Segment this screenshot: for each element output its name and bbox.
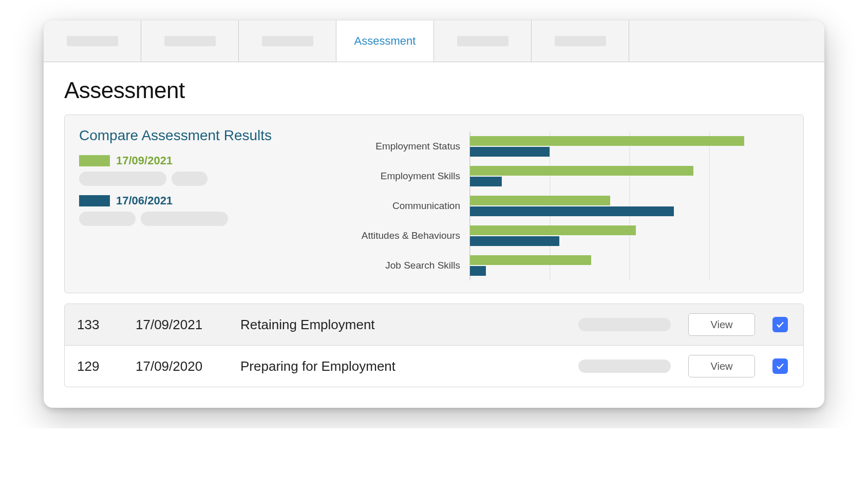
row-checkbox[interactable] <box>772 358 788 374</box>
view-button[interactable]: View <box>688 313 755 336</box>
placeholder <box>457 36 508 46</box>
chart-category-label: Job Search Skills <box>341 260 469 271</box>
tab-placeholder-1[interactable] <box>44 21 141 62</box>
tab-placeholder-2[interactable] <box>141 21 239 62</box>
bar-series-a <box>470 196 610 205</box>
legend-date-b: 17/06/2021 <box>116 194 173 207</box>
row-id: 129 <box>77 358 123 374</box>
bar-series-b <box>470 266 486 276</box>
app-window: Assessment Assessment Compare Assessment… <box>44 21 824 408</box>
tab-placeholder-6[interactable] <box>532 21 629 62</box>
row-name: Preparing for Employment <box>240 358 566 374</box>
bar-series-b <box>470 206 674 216</box>
legend-swatch-blue <box>79 195 110 206</box>
legend-date-a: 17/09/2021 <box>116 154 173 167</box>
placeholder <box>262 36 313 46</box>
bar-series-b <box>470 147 550 157</box>
bar-series-a <box>470 225 636 235</box>
chart-row: Job Search Skills <box>341 251 789 280</box>
legend-item-a: 17/09/2021 <box>79 154 326 186</box>
row-name: Retaining Employment <box>240 317 566 333</box>
legend-swatch-green <box>79 155 110 166</box>
assessment-table: 13317/09/2021Retaining EmploymentView129… <box>64 304 804 387</box>
tab-spacer <box>629 21 824 62</box>
placeholder <box>555 36 606 46</box>
bar-series-b <box>470 177 502 186</box>
bar-series-b <box>470 236 559 246</box>
compare-legend: Compare Assessment Results 17/09/2021 17 <box>79 127 326 280</box>
tab-placeholder-3[interactable] <box>239 21 336 62</box>
chart-bars <box>469 131 789 161</box>
table-row: 12917/09/2020Preparing for EmploymentVie… <box>65 346 803 387</box>
chart-bars <box>469 221 789 251</box>
chart-category-label: Employment Status <box>341 141 469 152</box>
legend-item-b: 17/06/2021 <box>79 194 326 226</box>
tab-assessment[interactable]: Assessment <box>336 21 434 62</box>
bar-series-a <box>470 136 744 146</box>
chart-row: Communication <box>341 191 789 221</box>
row-date: 17/09/2021 <box>136 317 228 333</box>
chart-row: Employment Skills <box>341 161 789 191</box>
row-placeholder <box>578 359 676 373</box>
chart-bars <box>469 161 789 191</box>
compare-title: Compare Assessment Results <box>79 127 326 144</box>
bar-series-a <box>470 166 693 176</box>
content-area: Assessment Compare Assessment Results 17… <box>44 62 824 408</box>
chart-category-label: Attitudes & Behaviours <box>341 230 469 241</box>
placeholder-pill <box>79 212 136 226</box>
row-checkbox[interactable] <box>772 317 788 332</box>
tab-label: Assessment <box>354 34 416 48</box>
placeholder <box>67 36 118 46</box>
tab-placeholder-5[interactable] <box>434 21 532 62</box>
row-placeholder <box>578 318 676 331</box>
comparison-chart: Employment StatusEmployment SkillsCommun… <box>341 127 789 280</box>
chart-bars <box>469 251 789 280</box>
chart-bars <box>469 191 789 221</box>
compare-panel: Compare Assessment Results 17/09/2021 17 <box>64 115 804 293</box>
placeholder-pill <box>79 172 166 186</box>
row-date: 17/09/2020 <box>136 358 228 374</box>
placeholder <box>164 36 216 46</box>
chart-row: Attitudes & Behaviours <box>341 221 789 251</box>
chart-category-label: Communication <box>341 200 469 212</box>
chart-row: Employment Status <box>341 131 789 161</box>
bar-series-a <box>470 255 591 265</box>
table-row: 13317/09/2021Retaining EmploymentView <box>65 304 803 346</box>
placeholder-pill <box>141 212 228 226</box>
row-id: 133 <box>77 317 123 333</box>
tab-bar: Assessment <box>44 21 824 62</box>
placeholder-pill <box>172 172 207 186</box>
page-title: Assessment <box>64 78 804 103</box>
view-button[interactable]: View <box>688 355 755 377</box>
chart-category-label: Employment Skills <box>341 171 469 182</box>
